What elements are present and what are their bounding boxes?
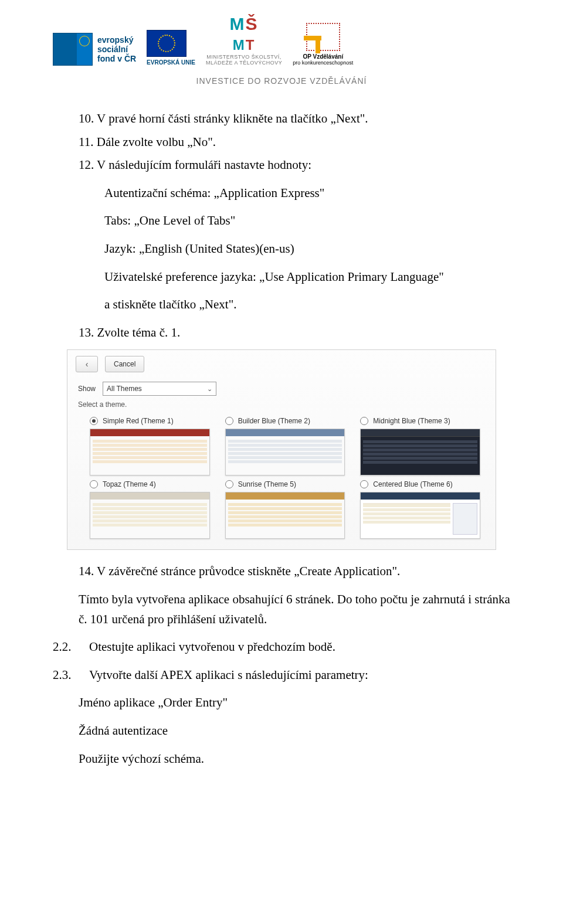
esf-line1: evropský [97, 35, 136, 45]
esf-logo: evropský sociální fond v ČR [53, 33, 136, 66]
section-text: Vytvořte další APEX aplikaci s následují… [89, 665, 368, 685]
step-12-next: a stiskněte tlačítko „Next". [53, 295, 510, 315]
eu-logo: EVROPSKÁ UNIE [147, 30, 195, 66]
radio-icon [90, 417, 98, 425]
step-12-lang: Jazyk: „English (United States)(en-us) [53, 239, 510, 259]
opvk-logo: OP Vzdělávání pro konkurenceschopnost [293, 23, 353, 66]
theme-label: Simple Red (Theme 1) [103, 417, 174, 425]
theme-thumbnail [90, 492, 210, 539]
radio-icon [90, 480, 98, 488]
back-button[interactable]: ‹ [76, 356, 98, 372]
msmt-logo: MŠMT MINISTERSTVO ŠKOLSTVÍ, MLÁDEŽE A TĚ… [206, 14, 282, 66]
banner-text: INVESTICE DO ROZVOJE VZDĚLÁVÁNÍ [53, 76, 510, 86]
show-select-value: All Themes [107, 385, 142, 393]
step-12: 12. V následujícím formuláři nastavte ho… [53, 155, 510, 175]
step-11: 11. Dále zvolte volbu „No". [53, 133, 510, 152]
step-12-tabs: Tabs: „One Level of Tabs" [53, 211, 510, 231]
theme-thumbnail [90, 429, 210, 475]
section-2-3-schema: Použijte výchozí schéma. [53, 749, 510, 769]
esf-line2: sociální [97, 45, 136, 54]
eu-label: EVROPSKÁ UNIE [147, 59, 195, 66]
theme-option-3[interactable]: Midnight Blue (Theme 3) [360, 417, 479, 475]
theme-label: Midnight Blue (Theme 3) [373, 417, 450, 425]
esf-flag-icon [53, 33, 93, 66]
section-2-3-noauth: Žádná autentizace [53, 721, 510, 741]
section-2-3: 2.3. Vytvořte další APEX aplikaci s násl… [53, 665, 510, 685]
funding-logos-row: evropský sociální fond v ČR EVROPSKÁ UNI… [53, 0, 510, 72]
theme-option-5[interactable]: Sunrise (Theme 5) [225, 480, 344, 539]
show-select[interactable]: All Themes [103, 382, 216, 396]
theme-thumbnail [360, 429, 480, 475]
step-14: 14. V závěrečné stránce průvodce stiskně… [53, 562, 510, 582]
opvk-shape-icon [306, 23, 340, 51]
theme-selection-screenshot: ‹ Cancel Show All Themes Select a theme.… [67, 349, 496, 550]
screenshot-toolbar: ‹ Cancel [67, 350, 496, 378]
select-theme-label: Select a theme. [67, 398, 496, 413]
theme-label: Sunrise (Theme 5) [238, 480, 296, 488]
msmt-mark: MŠMT [206, 14, 282, 54]
theme-thumbnail [360, 492, 480, 539]
chevron-left-icon: ‹ [86, 359, 89, 369]
theme-option-4[interactable]: Topaz (Theme 4) [90, 480, 209, 539]
radio-icon [360, 480, 368, 488]
opvk-line2: pro konkurenceschopnost [293, 60, 353, 66]
radio-icon [225, 480, 233, 488]
section-2-3-appname: Jméno aplikace „Order Entry" [53, 693, 510, 713]
section-number: 2.2. [53, 637, 79, 657]
step-12-schema: Autentizační schéma: „Application Expres… [53, 184, 510, 203]
show-label: Show [78, 385, 96, 393]
theme-option-2[interactable]: Builder Blue (Theme 2) [225, 417, 344, 475]
step-10: 10. V pravé horní části stránky klikněte… [53, 109, 510, 129]
theme-label: Centered Blue (Theme 6) [373, 480, 452, 488]
msmt-sub2: MLÁDEŽE A TĚLOVÝCHOVY [206, 60, 282, 66]
section-number: 2.3. [53, 665, 79, 685]
theme-thumbnail [225, 492, 345, 539]
eu-flag-icon [147, 30, 186, 57]
section-2-2: 2.2. Otestujte aplikaci vytvořenou v pře… [53, 637, 510, 657]
radio-icon [360, 417, 368, 425]
esf-text: evropský sociální fond v ČR [97, 35, 136, 63]
theme-grid: Simple Red (Theme 1) Builder Blue (Theme… [67, 413, 496, 549]
theme-option-6[interactable]: Centered Blue (Theme 6) [360, 480, 479, 539]
theme-thumbnail [225, 429, 345, 475]
show-row: Show All Themes [67, 378, 496, 398]
step-12-pref: Uživatelské preference jazyka: „Use Appl… [53, 267, 510, 287]
radio-icon [225, 417, 233, 425]
opvk-line1: OP Vzdělávání [293, 53, 353, 60]
msmt-sub1: MINISTERSTVO ŠKOLSTVÍ, [206, 54, 282, 60]
theme-label: Topaz (Theme 4) [103, 480, 156, 488]
cancel-button[interactable]: Cancel [105, 356, 144, 372]
after-step-14-note: Tímto byla vytvořena aplikace obsahující… [53, 590, 510, 629]
esf-line3: fond v ČR [97, 54, 136, 63]
theme-label: Builder Blue (Theme 2) [238, 417, 310, 425]
step-13: 13. Zvolte téma č. 1. [53, 323, 510, 343]
theme-option-1[interactable]: Simple Red (Theme 1) [90, 417, 209, 475]
section-text: Otestujte aplikaci vytvořenou v předchoz… [89, 637, 335, 657]
